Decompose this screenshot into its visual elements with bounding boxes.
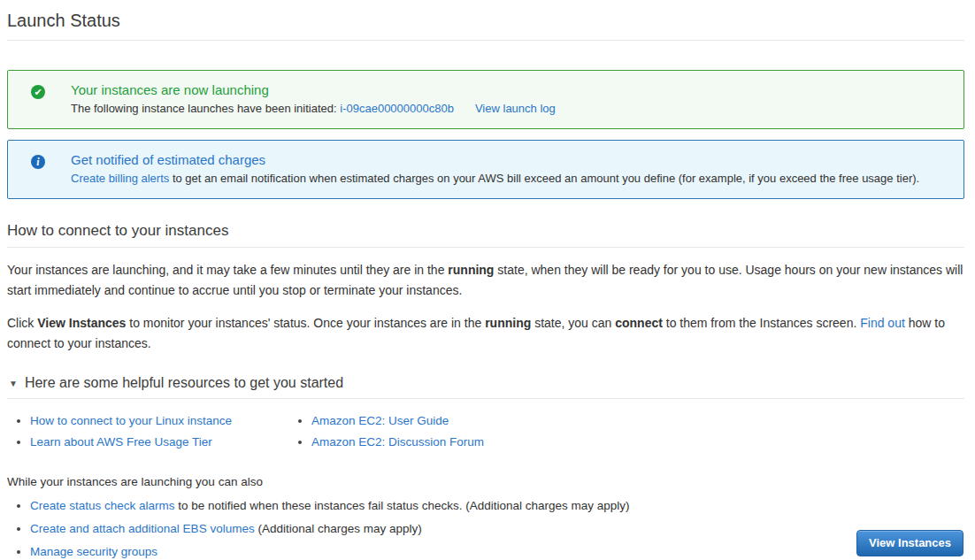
connect-linux-instance-link[interactable]: How to connect to your Linux instance <box>30 414 232 427</box>
find-out-link[interactable]: Find out <box>860 316 905 330</box>
free-usage-tier-link[interactable]: Learn about AWS Free Usage Tier <box>30 435 212 449</box>
resource-links-col1: How to connect to your Linux instance Le… <box>7 406 288 449</box>
info-banner: i Get notified of estimated charges Crea… <box>7 140 964 199</box>
success-message-prefix: The following instance launches have bee… <box>71 102 340 115</box>
launching-action-list: Create status check alarms to be notifie… <box>7 499 964 558</box>
list-item: Amazon EC2: Discussion Forum <box>311 436 484 449</box>
p2-bold-connect: connect <box>615 316 663 330</box>
launching-intro-text: While your instances are launching you c… <box>7 475 964 488</box>
connect-paragraph-1: Your instances are launching, and it may… <box>7 260 964 301</box>
view-instances-button[interactable]: View Instances <box>856 530 963 556</box>
create-billing-alerts-link[interactable]: Create billing alerts <box>71 172 169 185</box>
ec2-user-guide-link[interactable]: Amazon EC2: User Guide <box>311 414 449 427</box>
info-message-text: to get an email notification when estima… <box>169 172 919 185</box>
p2-bold-view-instances: View Instances <box>37 316 126 330</box>
triangle-down-icon: ▼ <box>9 379 18 388</box>
p2-text-a: Click <box>7 316 37 330</box>
p2-bold-running: running <box>485 316 531 330</box>
launch-status-page: Launch Status ✔ Your instances are now l… <box>0 0 975 560</box>
list-item: Learn about AWS Free Usage Tier <box>30 436 288 449</box>
resources-section-heading[interactable]: ▼Here are some helpful resources to get … <box>7 375 964 399</box>
info-banner-body: Get notified of estimated charges Create… <box>71 152 919 185</box>
page-title: Launch Status <box>7 9 964 41</box>
resource-links-col2: Amazon EC2: User Guide Amazon EC2: Discu… <box>288 406 484 449</box>
p2-text-d: to them from the Instances screen. <box>663 316 860 330</box>
connect-paragraph-2: Click View Instances to monitor your ins… <box>7 313 964 354</box>
p1-text-a: Your instances are launching, and it may… <box>7 263 448 277</box>
view-launch-log-link[interactable]: View launch log <box>475 102 556 115</box>
p2-text-b: to monitor your instances' status. Once … <box>126 316 485 330</box>
list-item: Manage security groups <box>30 545 964 558</box>
info-banner-message: Create billing alerts to get an email no… <box>71 172 919 185</box>
success-banner: ✔ Your instances are now launching The f… <box>7 70 964 129</box>
p2-text-c: state, you can <box>531 316 615 330</box>
success-banner-title: Your instances are now launching <box>71 82 556 97</box>
create-ebs-volumes-link[interactable]: Create and attach additional EBS volumes <box>30 522 255 535</box>
success-banner-message: The following instance launches have bee… <box>71 102 556 115</box>
list-item: Create status check alarms to be notifie… <box>30 499 964 512</box>
info-banner-title: Get notified of estimated charges <box>71 152 919 167</box>
ebs-volumes-text: (Additional charges may apply) <box>255 522 422 535</box>
list-item: Amazon EC2: User Guide <box>311 415 484 427</box>
list-item: Create and attach additional EBS volumes… <box>30 522 964 535</box>
manage-security-groups-link[interactable]: Manage security groups <box>30 545 157 558</box>
create-status-check-alarms-link[interactable]: Create status check alarms <box>30 499 175 512</box>
ec2-discussion-forum-link[interactable]: Amazon EC2: Discussion Forum <box>311 435 484 449</box>
p1-bold-running: running <box>448 263 494 277</box>
list-item: How to connect to your Linux instance <box>30 415 288 427</box>
check-circle-icon: ✔ <box>31 85 45 99</box>
resource-links: How to connect to your Linux instance Le… <box>7 406 964 449</box>
connect-section-heading: How to connect to your instances <box>7 222 964 248</box>
status-check-alarms-text: to be notified when these instances fail… <box>175 499 630 512</box>
resources-heading-label: Here are some helpful resources to get y… <box>25 375 343 391</box>
success-banner-body: Your instances are now launching The fol… <box>71 82 556 115</box>
info-circle-icon: i <box>31 155 45 169</box>
instance-id-link[interactable]: i-09cae00000000c80b <box>340 102 454 115</box>
